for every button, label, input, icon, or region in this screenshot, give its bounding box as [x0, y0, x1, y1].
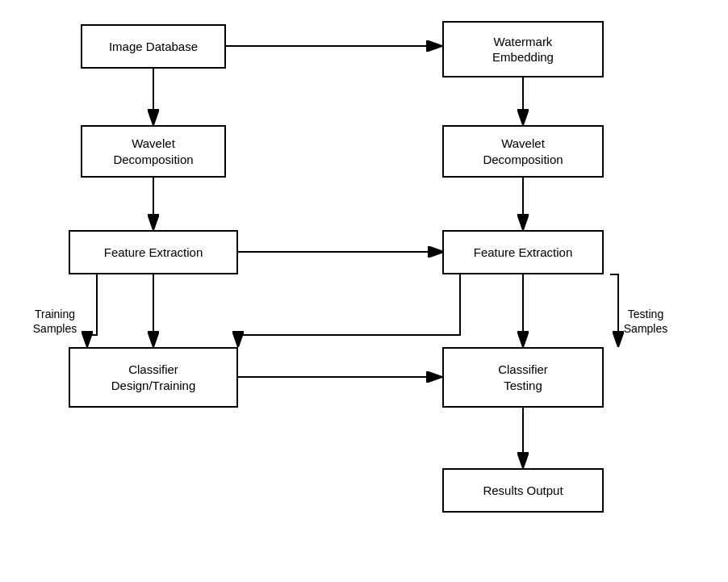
feature-extraction-left-box: Feature Extraction — [69, 230, 238, 274]
watermark-embedding-box: WatermarkEmbedding — [442, 21, 604, 77]
classifier-testing-box: ClassifierTesting — [442, 347, 604, 408]
flowchart-diagram: Image Database WaveletDecomposition Feat… — [0, 0, 728, 582]
image-database-box: Image Database — [81, 24, 226, 69]
feature-extraction-right-box: Feature Extraction — [442, 230, 604, 274]
results-output-box: Results Output — [442, 468, 604, 513]
wavelet-decomp-right-box: WaveletDecomposition — [442, 125, 604, 178]
testing-samples-label: TestingSamples — [613, 307, 678, 336]
arrows-svg — [0, 0, 728, 582]
training-samples-label: TrainingSamples — [23, 307, 87, 336]
classifier-design-box: ClassifierDesign/Training — [69, 347, 238, 408]
wavelet-decomp-left-box: WaveletDecomposition — [81, 125, 226, 178]
